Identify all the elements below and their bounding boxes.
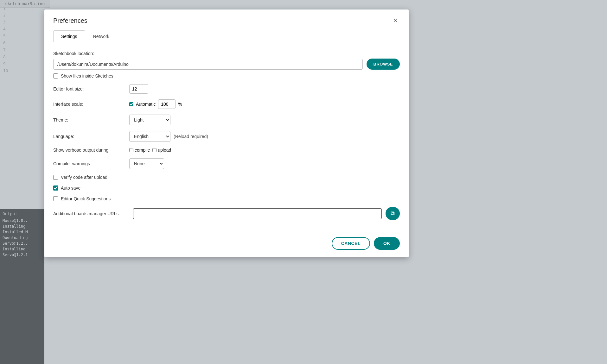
automatic-label: Automatic xyxy=(136,102,156,107)
verify-code-label: Verify code after upload xyxy=(61,175,107,180)
close-button[interactable]: × xyxy=(391,16,400,25)
compile-label: compile xyxy=(135,147,150,153)
upload-item: upload xyxy=(152,147,171,153)
additional-urls-button[interactable]: ⧉ xyxy=(386,207,400,220)
quick-suggestions-row: Editor Quick Suggestions xyxy=(53,196,400,201)
dialog-title: Preferences xyxy=(53,17,87,24)
compile-checkbox[interactable] xyxy=(129,148,133,152)
interface-scale-label: Interface scale: xyxy=(53,102,129,107)
location-input-row: BROWSE xyxy=(53,59,400,70)
copy-icon: ⧉ xyxy=(391,210,395,217)
theme-row: Theme: Light Dark xyxy=(53,115,400,125)
font-size-input[interactable] xyxy=(129,84,148,94)
compiler-warnings-row: Compiler warnings None Default More All xyxy=(53,158,400,169)
sketchbook-path-input[interactable] xyxy=(53,59,363,70)
sketchbook-label: Sketchbook location: xyxy=(53,51,400,56)
compile-item: compile xyxy=(129,147,150,153)
dialog-overlay: Preferences × Settings Network Sketchboo… xyxy=(0,0,607,364)
font-size-row: Editor font size: xyxy=(53,84,400,94)
show-files-label: Show files inside Sketches xyxy=(61,73,113,78)
upload-checkbox[interactable] xyxy=(152,148,157,152)
verbose-controls: compile upload xyxy=(129,147,171,153)
show-files-row: Show files inside Sketches xyxy=(53,73,400,78)
auto-save-label: Auto save xyxy=(61,185,80,191)
scale-unit: % xyxy=(178,102,182,107)
language-row: Language: English Español Français Deuts… xyxy=(53,131,400,142)
browse-button[interactable]: BROWSE xyxy=(367,59,400,70)
dialog-footer: CANCEL OK xyxy=(44,232,409,257)
upload-label: upload xyxy=(158,147,171,153)
dialog-header: Preferences × xyxy=(44,9,409,30)
language-label: Language: xyxy=(53,134,129,139)
auto-save-checkbox[interactable] xyxy=(53,185,58,191)
additional-urls-row: Additional boards manager URLs: ⧉ xyxy=(53,207,400,220)
compiler-warnings-label: Compiler warnings xyxy=(53,161,129,166)
tabs-bar: Settings Network xyxy=(44,30,409,42)
verbose-label: Show verbose output during xyxy=(53,147,129,153)
theme-label: Theme: xyxy=(53,117,129,122)
ok-button[interactable]: OK xyxy=(374,237,400,250)
tab-settings[interactable]: Settings xyxy=(53,30,85,42)
automatic-checkbox[interactable] xyxy=(129,102,133,106)
verbose-row: Show verbose output during compile uploa… xyxy=(53,147,400,153)
verify-code-checkbox[interactable] xyxy=(53,175,58,180)
interface-scale-row: Interface scale: Automatic % xyxy=(53,99,400,109)
reload-note: (Reload required) xyxy=(174,134,208,139)
theme-select[interactable]: Light Dark xyxy=(129,115,170,125)
compiler-warnings-select[interactable]: None Default More All xyxy=(129,158,164,169)
quick-suggestions-checkbox[interactable] xyxy=(53,196,58,201)
dialog-body: Sketchbook location: BROWSE Show files i… xyxy=(44,42,409,232)
language-select[interactable]: English Español Français Deutsch xyxy=(129,131,170,142)
preferences-dialog: Preferences × Settings Network Sketchboo… xyxy=(44,9,409,257)
scale-value-input[interactable] xyxy=(158,99,176,109)
sketchbook-location-section: Sketchbook location: BROWSE xyxy=(53,51,400,70)
verify-code-row: Verify code after upload xyxy=(53,175,400,180)
scale-controls: Automatic % xyxy=(129,99,182,109)
auto-save-row: Auto save xyxy=(53,185,400,191)
additional-urls-label: Additional boards manager URLs: xyxy=(53,211,129,216)
tab-network[interactable]: Network xyxy=(85,30,117,42)
font-size-label: Editor font size: xyxy=(53,86,129,91)
additional-urls-input[interactable] xyxy=(133,208,382,219)
quick-suggestions-label: Editor Quick Suggestions xyxy=(61,196,111,201)
show-files-checkbox[interactable] xyxy=(53,73,58,78)
cancel-button[interactable]: CANCEL xyxy=(332,237,370,250)
